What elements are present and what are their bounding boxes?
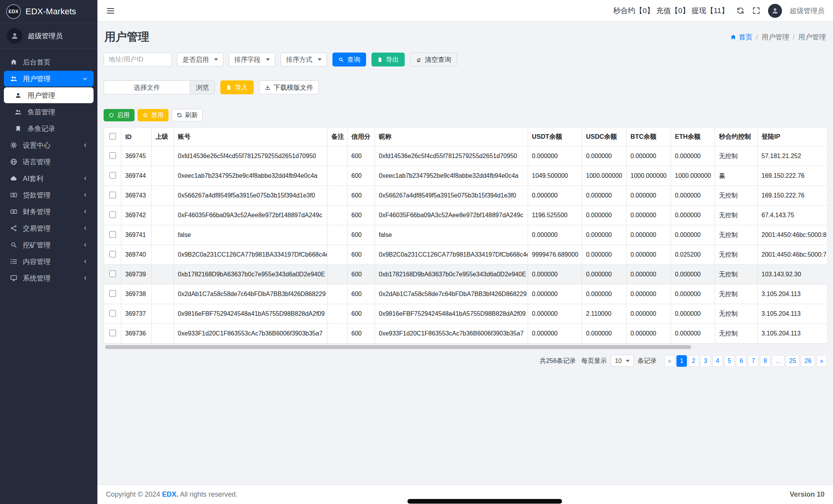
page-button-3[interactable]: 3 [700,355,711,367]
refresh-button[interactable]: 刷新 [172,109,203,121]
page-button-25[interactable]: 25 [786,355,800,367]
table-row: 3697360xe933F1d20C1F863553cAc7b36B6006f3… [104,324,827,344]
query-button[interactable]: 查询 [332,53,366,66]
cell-credit: 600 [348,304,375,324]
export-button[interactable]: 导出 [371,53,405,66]
cell-usdc: 0.000000 [582,206,627,225]
breadcrumb-home-link[interactable]: 首页 [730,32,753,42]
per-page-select[interactable]: 10 [611,355,634,367]
page-button-7[interactable]: 7 [748,355,758,367]
cell-note [327,304,348,324]
money-icon [9,208,18,215]
cell-nickname: 0xeec1ab7b2347952be9c4f8abbe32dd4fb94e0c… [375,166,528,186]
file-input-label: 选择文件 [104,81,190,94]
page-button-4[interactable]: 4 [712,355,723,367]
cell-parent [152,206,174,225]
row-checkbox[interactable] [109,172,116,179]
page-button-8[interactable]: 8 [760,355,770,367]
search-input[interactable] [104,53,172,66]
sort-field-select[interactable]: 排序字段 [229,53,275,66]
cell-id: 369745 [121,146,152,166]
query-button-label: 查询 [347,55,360,64]
brand[interactable]: EDX EDX-Markets [0,0,97,23]
sidebar-item-label: 贷款管理 [23,191,51,200]
import-button[interactable]: 导入 [220,80,254,94]
cloud-icon [9,175,18,182]
sidebar-subitem-kill-records[interactable]: 杀鱼记录 [4,121,94,136]
page-button-2[interactable]: 2 [688,355,699,367]
scrollbar-thumb[interactable] [105,345,691,349]
row-checkbox[interactable] [109,211,116,218]
page-button-6[interactable]: 6 [736,355,746,367]
disable-button[interactable]: 禁用 [138,109,169,121]
cell-nickname: 0x9816eFBF7529424548a41bA5755D98B828dA2f… [375,304,528,324]
file-input[interactable]: 选择文件 浏览 [104,80,215,94]
sidebar-item-dashboard[interactable]: 后台首页 [4,54,94,70]
cell-eth: 0.000000 [671,186,715,206]
sidebar-subitem-user-management[interactable]: 用户管理 [4,87,94,103]
users-icon [9,75,18,82]
cell-nickname: 0xb1782168D9bA63637b0c7e955e343d6a0D2e94… [375,265,528,284]
enable-button[interactable]: 启用 [104,109,135,121]
download-template-button[interactable]: 下载模版文件 [259,80,319,94]
footer-brand-link[interactable]: EDX. [162,490,178,498]
sidebar-item-trade-management[interactable]: 交易管理 [4,220,94,236]
disable-button-label: 禁用 [151,111,164,119]
enable-filter-select[interactable]: 是否启用 [177,53,223,66]
sidebar-item-finance-management[interactable]: 财务管理 [4,204,94,220]
cell-id: 369736 [121,324,152,344]
cell-eth: 0.000000 [671,304,715,324]
sidebar-item-user-management[interactable]: 用户管理 [4,71,94,87]
row-checkbox[interactable] [109,310,116,317]
eraser-icon [416,57,422,63]
sort-order-select[interactable]: 排序方式 [281,53,327,66]
hamburger-menu-icon[interactable] [106,6,115,15]
cell-usdt: 0.000000 [528,225,582,245]
cell-credit: 600 [348,146,375,166]
cell-control: 无控制 [715,324,758,344]
sidebar-item-system-management[interactable]: 系统管理 [4,270,94,286]
select-all-checkbox[interactable] [109,133,116,140]
chevron-left-icon [82,142,88,148]
browse-button[interactable]: 浏览 [190,81,215,94]
sidebar-item-settings-center[interactable]: 设置中心 [4,137,94,153]
user-icon [14,92,22,99]
cell-ip: 103.143.92.30 [758,265,827,284]
topbar-role-label[interactable]: 超级管理员 [790,6,824,15]
brand-name: EDX-Markets [26,7,76,17]
enable-filter-label: 是否启用 [182,55,209,64]
page-button-5[interactable]: 5 [724,355,735,367]
cell-account: 0xb1782168D9bA63637b0c7e955e343d6a0D2e94… [174,265,327,284]
row-checkbox[interactable] [109,231,116,238]
refresh-icon[interactable] [736,7,744,15]
bookmark-icon [14,125,22,132]
cell-account: 0x9B2C0a231CC126CA77b981BA334197DfCb668c… [174,245,327,265]
page-next-button[interactable]: » [816,355,827,367]
row-checkbox[interactable] [109,330,116,336]
sidebar-item-ai-arbitrage[interactable]: AI套利 [4,170,94,186]
sidebar-item-content-management[interactable]: 内容管理 [4,254,94,269]
row-checkbox[interactable] [109,192,116,198]
cell-usdt: 9999476.689000 [528,245,582,265]
sidebar-item-loan-management[interactable]: 贷款管理 [4,187,94,203]
fullscreen-icon[interactable] [752,7,760,15]
sidebar-subitem-fry-management[interactable]: 鱼苗管理 [4,104,94,120]
cell-ip: 2001:4450:46bc:5000:74cb [758,245,827,265]
row-checkbox[interactable] [109,251,116,257]
row-checkbox[interactable] [109,271,116,277]
sidebar-item-mining-management[interactable]: 挖矿管理 [4,237,94,253]
pending-counts-text[interactable]: 秒合约【0】 充值【0】 提现【11】 [613,6,729,16]
sidebar-item-language-management[interactable]: 语言管理 [4,154,94,170]
sidebar-item-label: AI套利 [23,174,43,183]
row-checkbox[interactable] [109,152,116,159]
cell-usdc: 0.000000 [582,245,627,265]
row-checkbox[interactable] [109,290,116,297]
export-button-label: 导出 [386,55,399,64]
page-button-26[interactable]: 26 [801,355,815,367]
clear-query-button[interactable]: 清空查询 [410,53,457,66]
action-toolbar: 启用 禁用 刷新 [104,109,827,121]
sidebar-item-label: 鱼苗管理 [27,107,55,117]
copyright-prefix: Copyright © 2024 [106,490,162,498]
topbar-avatar-icon[interactable] [768,4,782,18]
page-button-1[interactable]: 1 [676,355,687,367]
